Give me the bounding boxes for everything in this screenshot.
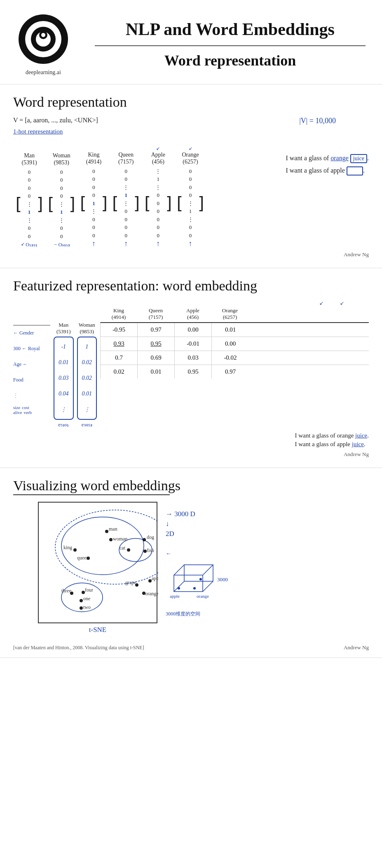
bracket-right-k: ] xyxy=(100,195,110,211)
queen-arrow: ↑ xyxy=(124,239,128,248)
word-col-queen: Queen(7157) [ 00⋮ 1 ⋮0000 ] ↑ xyxy=(110,152,142,248)
svg-text:two: two xyxy=(83,604,91,610)
svg-text:one: one xyxy=(83,596,90,601)
svg-point-34 xyxy=(80,599,83,602)
main-title: NLP and Word Embeddings xyxy=(95,19,366,40)
king-vector: 0000 1 ⋮000 xyxy=(87,167,100,240)
bracket-right-w: ] xyxy=(68,196,77,212)
king-arrow: ↑ xyxy=(92,239,96,248)
word-col-king: King(4914) [ 0000 1 ⋮000 ] ↑ xyxy=(77,152,110,248)
handwritten-woman-col: Woman(9853) 1 0.02 0.02 0.01 ⋮ e₉₈₅₃ xyxy=(77,322,97,428)
orange-vector: 0000 ⋮1⋮00 xyxy=(184,167,197,240)
vocab-line: V = [a, aaron, ..., zulu, <UNK>] |V| = 1… xyxy=(13,117,369,125)
one-hot-label: 1-hot representation xyxy=(13,128,63,135)
svg-point-45 xyxy=(178,587,180,590)
svg-text:cat: cat xyxy=(120,545,126,551)
section3-title: Visualizing word embeddings xyxy=(13,478,369,495)
bracket-left-q: [ xyxy=(110,195,120,211)
svg-point-46 xyxy=(193,587,196,590)
feature-table-main: ↙ ↙ King(4914) Queen(7157) Apple(456) Or… xyxy=(100,300,369,379)
queen-vector: 00⋮ 1 ⋮0000 xyxy=(120,167,132,240)
header-divider xyxy=(95,45,366,46)
header: deeplearning.ai NLP and Word Embeddings … xyxy=(0,0,382,84)
svg-text:man: man xyxy=(109,526,117,532)
svg-point-24 xyxy=(148,579,152,583)
word-representation-section: Word representation V = [a, aaron, ..., … xyxy=(0,84,382,268)
section2-title: Featurized representation: word embeddin… xyxy=(13,278,369,294)
svg-text:woman: woman xyxy=(113,536,127,542)
woman-subscript: O₉₈₅₃ xyxy=(58,242,70,248)
word-col-apple: ↙ Apple(456) [ ⋮1⋮0 00000 ] ↑ xyxy=(142,146,174,248)
svg-point-10 xyxy=(105,530,108,533)
bracket-left-k: [ xyxy=(77,195,87,211)
bracket-right-q: ] xyxy=(132,195,142,211)
word-col-man: Man(5391) [ 0000⋮ 1 ⋮00 ] ↙ O₅₃₉₁ xyxy=(13,152,45,248)
svg-point-14 xyxy=(73,548,77,552)
logo-area: deeplearning.ai xyxy=(16,12,70,76)
apple-vector: ⋮1⋮0 00000 xyxy=(152,167,164,240)
sentence2: I want a glass of apple . xyxy=(286,166,369,175)
bracket-left-w: [ xyxy=(45,196,55,212)
svg-text:three: three xyxy=(61,588,71,594)
word-label-woman: Woman(9853) xyxy=(53,152,70,166)
bracket-left-a: [ xyxy=(142,195,152,211)
svg-line-42 xyxy=(203,565,213,575)
dim-label: 3000维度的空间 xyxy=(166,611,236,618)
svg-text:king: king xyxy=(63,545,72,550)
vocab-size: |V| = 10,000 xyxy=(299,117,336,125)
svg-text:orange: orange xyxy=(145,591,158,597)
featurized-section: Featurized representation: word embeddin… xyxy=(0,268,382,468)
word-col-orange: ↙ Orange(6257) [ 0000 ⋮1⋮00 ] ↑ xyxy=(174,146,206,248)
bracket-left-or: [ xyxy=(174,195,184,211)
word-label-orange: Orange(6257) xyxy=(182,152,199,166)
word-col-woman: Woman(9853) [ 0000⋮ 1 ⋮00 ] → O₉₈₅₃ xyxy=(45,152,77,248)
author2: Andrew Ng xyxy=(13,451,369,458)
man-vector: 0000⋮ 1 ⋮00 xyxy=(23,168,35,241)
bracket-right: ] xyxy=(35,196,45,212)
tsne-notes: → 3000 D ↓ 2D ← xyxy=(166,502,236,618)
svg-text:grape: grape xyxy=(125,580,136,585)
bracket-right-or: ] xyxy=(197,195,206,211)
header-subtitle: Word representation xyxy=(95,52,366,69)
svg-text:fish: fish xyxy=(147,547,154,553)
section2-sentences: I want a glass of orange juice. I want a… xyxy=(295,432,369,448)
svg-text:four: four xyxy=(85,587,93,593)
author3: Andrew Ng xyxy=(344,644,369,651)
tsne-label: t-SNE xyxy=(38,626,157,634)
svg-point-22 xyxy=(143,550,147,553)
author1: Andrew Ng xyxy=(13,251,369,258)
orange-arrow: ↑ xyxy=(189,239,192,248)
word-label-queen: Queen(7157) xyxy=(118,152,134,166)
tsne-diagram: man woman king queen dog cat xyxy=(38,502,157,623)
3d-box-sketch: ← 3000 xyxy=(166,550,236,618)
svg-text:3000: 3000 xyxy=(217,576,228,583)
svg-text:queen: queen xyxy=(77,555,89,561)
word-label-apple: Apple(456) xyxy=(151,152,165,166)
svg-point-20 xyxy=(127,548,130,552)
svg-line-41 xyxy=(174,565,184,575)
3d-cube-svg: 3000 apple orange xyxy=(166,559,236,608)
sentence-area: I want a glass of orange juice. I want a… xyxy=(286,154,369,178)
svg-text:orange: orange xyxy=(197,594,209,599)
header-title-area: NLP and Word Embeddings Word representat… xyxy=(95,19,366,69)
handwritten-man-col: Man(5391) -1 0.01 0.03 0.04 ⋮ e₅₃₉₁ xyxy=(54,322,74,428)
svg-point-47 xyxy=(199,578,202,580)
citation: [van der Maaten and Hinton., 2008. Visua… xyxy=(13,645,144,651)
svg-text:dog: dog xyxy=(147,534,154,540)
word-label-king: King(4914) xyxy=(86,152,101,166)
svg-line-44 xyxy=(174,581,184,592)
svg-marker-40 xyxy=(184,565,213,581)
svg-line-43 xyxy=(203,581,213,592)
logo-icon xyxy=(16,12,70,66)
man-subscript: O₅₃₉₁ xyxy=(26,242,37,248)
svg-point-6 xyxy=(61,517,144,575)
svg-point-18 xyxy=(143,538,146,541)
bracket-left: [ xyxy=(13,196,23,212)
logo-label: deeplearning.ai xyxy=(26,69,61,76)
svg-text:apple: apple xyxy=(170,594,180,599)
svg-point-36 xyxy=(80,606,83,610)
vocab-text: V = [a, aaron, ..., zulu, <UNK>] xyxy=(13,117,98,124)
bracket-right-a: ] xyxy=(164,195,174,211)
apple-arrow: ↑ xyxy=(156,239,160,248)
svg-text:apple: apple xyxy=(152,576,158,581)
